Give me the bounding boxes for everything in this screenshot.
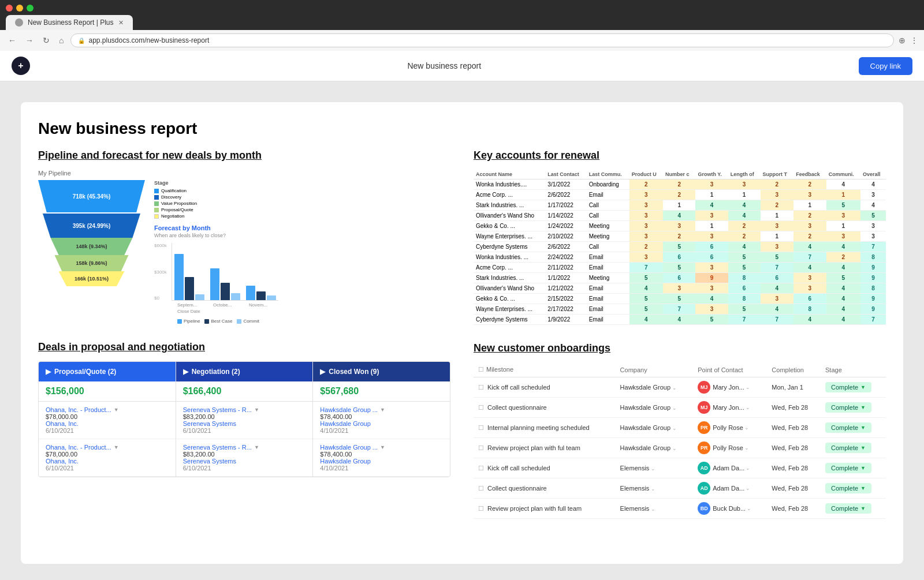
- accounts-cell-4-7: 3: [860, 221, 886, 231]
- nav-back-button[interactable]: ←: [6, 35, 18, 46]
- deal-company-closed-1: Hawksdale Group: [320, 420, 443, 427]
- accounts-cell-10-1: 3: [663, 283, 695, 294]
- page-title: New business report: [38, 119, 886, 138]
- accounts-th-growth: Growth Y.: [695, 170, 728, 179]
- accounts-cell-6-7: 7: [860, 242, 886, 252]
- accounts-cell-lastcomm-2: Call: [587, 200, 629, 211]
- accounts-cell-lastcomm-12: Email: [587, 304, 629, 315]
- deal-amount-closed-1: $78,400.00: [320, 413, 443, 420]
- accounts-cell-7-7: 8: [860, 252, 886, 263]
- accounts-cell-9-0: 5: [629, 273, 663, 283]
- accounts-cell-9-2: 9: [695, 273, 728, 283]
- address-bar[interactable]: 🔒 app.plusdocs.com/new-business-report: [70, 33, 894, 47]
- traffic-light-green[interactable]: [27, 5, 33, 12]
- onboarding-stage-0[interactable]: Complete ▼: [821, 377, 886, 398]
- left-column: Pipeline and forecast for new deals by m…: [38, 149, 450, 519]
- stage-label-discovery: Discovery: [161, 194, 181, 200]
- accounts-cell-6-5: 4: [793, 242, 826, 252]
- key-accounts-title: Key accounts for renewal: [474, 149, 886, 162]
- onboarding-contact-2: PRPolly Rose⌄: [693, 418, 767, 438]
- accounts-cell-7-3: 5: [728, 252, 761, 263]
- accounts-cell-5-3: 2: [728, 231, 761, 242]
- accounts-cell-8-7: 9: [860, 263, 886, 273]
- deal-dropdown-neg-2[interactable]: ▼: [254, 444, 259, 450]
- onboarding-th-stage: Stage: [821, 362, 886, 377]
- accounts-cell-lastcontact-0: 3/1/2022: [545, 179, 586, 190]
- onboarding-completion-5: Wed, Feb 28: [767, 478, 821, 499]
- legend-label-commit: Commit: [243, 319, 259, 324]
- deal-item-negotiation-2: Sereneva Systems - R... ▼ $83,200.00 Ser…: [176, 439, 313, 477]
- accounts-cell-11-0: 5: [629, 294, 663, 304]
- tab-close-button[interactable]: ✕: [118, 19, 124, 27]
- stage-label-proposal: Proposal/Quote: [161, 207, 193, 212]
- bar-oct-commit: [231, 293, 240, 300]
- accounts-cell-lastcontact-12: 2/17/2022: [545, 304, 586, 315]
- accounts-th-feedback: Feedback: [793, 170, 826, 179]
- deal-amount-proposal-1: $78,000.00: [46, 413, 169, 420]
- funnel-bar-3: 148k (9.34%): [51, 238, 133, 255]
- onboarding-completion-0: Mon, Jan 1: [767, 377, 821, 398]
- accounts-cell-11-6: 4: [826, 294, 860, 304]
- nav-forward-button[interactable]: →: [23, 35, 36, 46]
- deal-dropdown-1[interactable]: ▼: [114, 407, 119, 413]
- accounts-th-last-comm: Last Commu.: [587, 170, 629, 179]
- onboarding-th-completion: Completion: [767, 362, 821, 377]
- onboarding-completion-2: Wed, Feb 28: [767, 418, 821, 438]
- menu-button[interactable]: ⋮: [910, 36, 918, 45]
- traffic-light-red[interactable]: [6, 5, 13, 12]
- onboarding-title: New customer onboardings: [474, 342, 886, 354]
- forecast-area: Stage Qualification Discovery Value Prop…: [154, 180, 450, 324]
- accounts-cell-name-7: Wonka Industries. ...: [474, 252, 545, 263]
- forecast-legend: Pipeline Best Case Commit: [177, 319, 450, 324]
- accounts-cell-13-7: 7: [860, 315, 886, 325]
- funnel-label-4: 158k (9.86%): [76, 260, 107, 266]
- traffic-light-yellow[interactable]: [16, 5, 23, 12]
- accounts-th-number: Number c: [663, 170, 695, 179]
- accounts-cell-3-6: 3: [826, 211, 860, 221]
- accounts-cell-12-4: 4: [761, 304, 794, 315]
- deal-dropdown-2[interactable]: ▼: [114, 444, 119, 450]
- onboarding-stage-4[interactable]: Complete ▼: [821, 458, 886, 478]
- accounts-cell-lastcontact-10: 1/21/2022: [545, 283, 586, 294]
- funnel-bar-2: 395k (24.99%): [43, 214, 140, 238]
- onboarding-section: New customer onboardings ☐Milestone Comp…: [474, 342, 886, 519]
- right-column: Key accounts for renewal Account Name La…: [474, 149, 886, 519]
- accounts-cell-name-9: Stark Industries. ...: [474, 273, 545, 283]
- new-tab-button[interactable]: ⊕: [899, 36, 906, 45]
- deal-dropdown-neg-1[interactable]: ▼: [254, 407, 259, 413]
- y-axis-bot: $0: [154, 295, 167, 301]
- deal-dropdown-closed-1[interactable]: ▼: [380, 407, 385, 413]
- onboarding-th-contact: Point of Contact: [693, 362, 767, 377]
- forecast-chart-subtitle: When are deals likely to close?: [154, 233, 450, 238]
- accounts-cell-3-1: 4: [663, 211, 695, 221]
- nav-refresh-button[interactable]: ↻: [40, 35, 52, 46]
- accounts-cell-0-7: 4: [860, 179, 886, 190]
- accounts-cell-2-4: 2: [761, 200, 794, 211]
- onboarding-contact-1: MJMary Jon...⌄: [693, 398, 767, 418]
- accounts-cell-name-6: Cyberdyne Systems: [474, 242, 545, 252]
- deal-dropdown-closed-2[interactable]: ▼: [380, 444, 385, 450]
- deal-col-proposal: ▶ Proposal/Quote (2) $156,000 Ohana, Inc…: [39, 362, 176, 477]
- onboarding-stage-5[interactable]: Complete ▼: [821, 478, 886, 499]
- accounts-cell-13-6: 4: [826, 315, 860, 325]
- deal-date-closed-2: 4/10/2021: [320, 465, 443, 472]
- accounts-cell-8-1: 5: [663, 263, 695, 273]
- stage-label-value-prop: Value Proposition: [161, 201, 197, 206]
- close-date-label: Close Date: [177, 309, 450, 314]
- onboarding-stage-6[interactable]: Complete ▼: [821, 499, 886, 519]
- onboarding-table: ☐Milestone Company Point of Contact Comp…: [474, 362, 886, 519]
- accounts-cell-lastcontact-5: 2/10/2022: [545, 231, 586, 242]
- browser-tab[interactable]: New Business Report | Plus ✕: [6, 15, 133, 30]
- deal-col-negotiation: ▶ Negotiation (2) $166,400 Sereneva Syst…: [176, 362, 313, 477]
- onboarding-row-1: ☐Collect questionnaireHawksdale Group ⌄M…: [474, 398, 886, 418]
- onboarding-stage-1[interactable]: Complete ▼: [821, 398, 886, 418]
- onboarding-stage-2[interactable]: Complete ▼: [821, 418, 886, 438]
- y-axis-top: $600k: [154, 243, 167, 248]
- nav-home-button[interactable]: ⌂: [57, 35, 66, 46]
- url-text: app.plusdocs.com/new-business-report: [88, 36, 209, 44]
- copy-link-button[interactable]: Copy link: [859, 57, 912, 75]
- onboarding-stage-3[interactable]: Complete ▼: [821, 438, 886, 458]
- onboarding-completion-1: Wed, Feb 28: [767, 398, 821, 418]
- onboarding-company-2: Hawksdale Group ⌄: [616, 418, 694, 438]
- deal-amount-closed-2: $78,400.00: [320, 451, 443, 458]
